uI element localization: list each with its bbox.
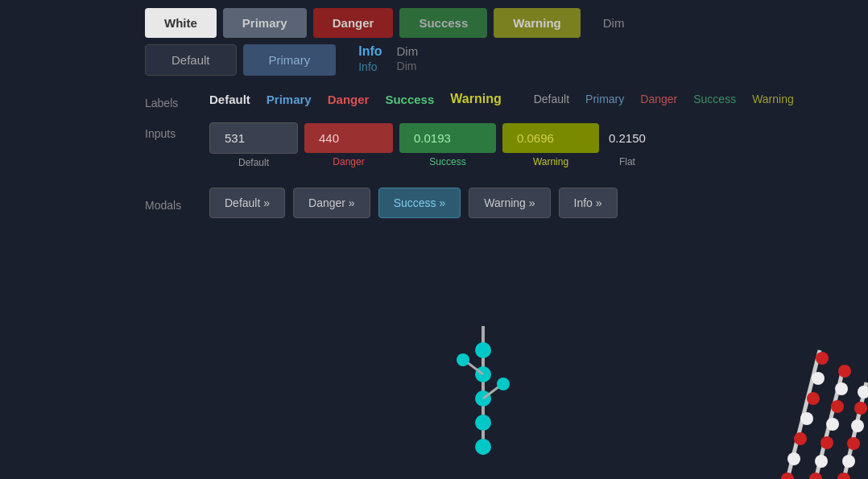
label-default: Default xyxy=(209,93,250,106)
modal-default-button[interactable]: Default » xyxy=(209,188,285,218)
svg-point-15 xyxy=(807,392,820,405)
svg-point-22 xyxy=(826,418,839,431)
svg-point-16 xyxy=(812,372,825,385)
input-flat-col: 0.2150 Flat xyxy=(606,123,649,167)
primary-button-second[interactable]: Primary xyxy=(243,44,337,76)
molecule-center-svg xyxy=(451,326,515,455)
label-success: Success xyxy=(385,93,434,106)
default-button[interactable]: Default xyxy=(145,44,237,76)
label-primary-dim: Primary xyxy=(585,93,624,105)
svg-point-17 xyxy=(816,352,829,365)
danger-button-top[interactable]: Danger xyxy=(313,8,394,38)
svg-point-12 xyxy=(787,452,800,465)
modals-group: Default » Danger » Success » Warning » I… xyxy=(209,188,618,218)
svg-point-27 xyxy=(837,473,850,479)
labels-section: Labels Default Primary Danger Success Wa… xyxy=(145,92,868,109)
inputs-row-1: Default Danger Success Warning 0.2150 Fl… xyxy=(209,122,649,168)
input-success[interactable] xyxy=(399,123,496,153)
svg-point-19 xyxy=(809,473,822,479)
svg-point-28 xyxy=(842,455,855,468)
svg-point-25 xyxy=(838,365,851,378)
label-default-dim: Default xyxy=(534,93,569,105)
input-warning-label: Warning xyxy=(533,156,568,167)
label-warning: Warning xyxy=(450,92,501,106)
dim-label-1: Dim xyxy=(603,16,625,30)
input-flat-value: 0.2150 xyxy=(606,123,649,153)
success-button-top[interactable]: Success xyxy=(399,8,487,38)
input-success-col: Success xyxy=(399,123,496,167)
label-warning-dim: Warning xyxy=(752,93,794,105)
input-danger-label: Danger xyxy=(333,156,364,167)
svg-point-20 xyxy=(815,455,828,468)
svg-point-11 xyxy=(781,473,794,479)
label-success-dim: Success xyxy=(693,93,736,105)
label-primary: Primary xyxy=(267,93,312,106)
input-warning-col: Warning xyxy=(502,123,599,167)
svg-point-5 xyxy=(475,439,491,455)
modals-section: Modals Default » Danger » Success » Warn… xyxy=(145,188,868,218)
svg-point-9 xyxy=(497,378,510,390)
top-buttons-row: White Primary Danger Success Warning Dim xyxy=(145,0,868,44)
svg-point-32 xyxy=(858,386,868,398)
modals-title: Modals xyxy=(145,194,209,212)
inputs-title: Inputs xyxy=(145,122,209,140)
warning-button-top[interactable]: Warning xyxy=(494,8,580,38)
svg-point-13 xyxy=(794,432,807,445)
label-danger-dim: Danger xyxy=(640,93,677,105)
input-success-label: Success xyxy=(429,156,465,167)
svg-point-23 xyxy=(831,400,844,413)
svg-point-24 xyxy=(835,382,848,395)
svg-point-21 xyxy=(820,436,833,449)
modal-info-button[interactable]: Info » xyxy=(559,188,618,218)
modal-success-button[interactable]: Success » xyxy=(378,188,461,218)
svg-point-4 xyxy=(475,415,491,431)
info-label-bold: Info xyxy=(358,44,382,59)
inputs-section: Inputs Default Danger Success Warn xyxy=(145,122,868,175)
dim-column: Dim xyxy=(603,16,625,30)
labels-group: Default Primary Danger Success Warning D… xyxy=(209,92,794,106)
second-buttons-row: Default Primary Info Info Dim Dim xyxy=(145,44,868,76)
svg-point-1 xyxy=(475,342,491,358)
svg-point-30 xyxy=(851,419,864,432)
dim-label-3: Dim xyxy=(397,60,419,72)
input-default[interactable] xyxy=(209,122,298,154)
modal-warning-button[interactable]: Warning » xyxy=(469,188,550,218)
info-label-dim: Info xyxy=(358,60,382,73)
labels-title: Labels xyxy=(145,92,209,109)
dim-label-2: Dim xyxy=(397,44,419,58)
svg-point-29 xyxy=(847,437,860,450)
primary-button-top[interactable]: Primary xyxy=(223,8,307,38)
modal-danger-button[interactable]: Danger » xyxy=(293,188,370,218)
svg-point-14 xyxy=(800,412,813,425)
svg-point-31 xyxy=(854,402,867,415)
input-default-col: Default xyxy=(209,122,298,168)
input-danger[interactable] xyxy=(304,123,393,153)
input-flat-label: Flat xyxy=(619,156,635,167)
inputs-group: Default Danger Success Warning 0.2150 Fl… xyxy=(209,122,649,175)
white-button[interactable]: White xyxy=(145,8,217,38)
label-danger: Danger xyxy=(328,93,370,106)
input-warning[interactable] xyxy=(502,123,599,153)
sticks-right-svg xyxy=(763,318,868,479)
input-danger-col: Danger xyxy=(304,123,393,167)
svg-point-7 xyxy=(457,353,469,366)
input-default-label: Default xyxy=(238,157,269,168)
scene-area xyxy=(0,318,868,479)
